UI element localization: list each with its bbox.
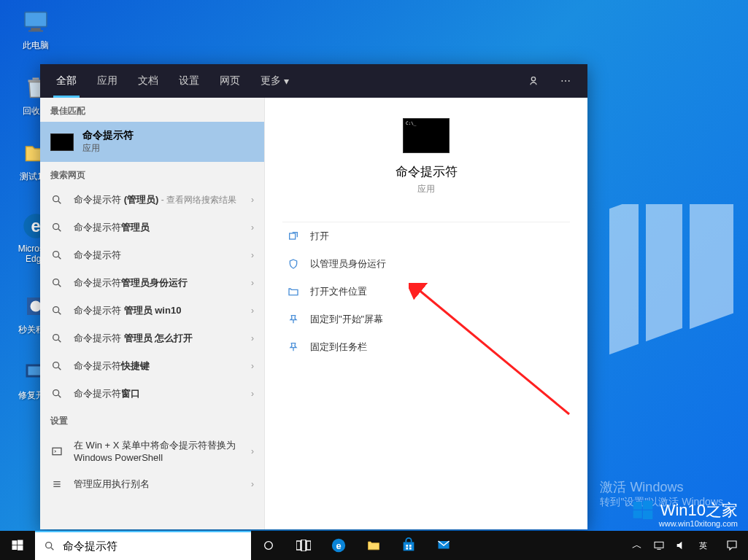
notification-center-button[interactable] <box>716 531 748 560</box>
svg-rect-48 <box>296 541 301 550</box>
search-panel: 全部 应用 文档 设置 网页 更多▾ ⋯ 最佳匹配 命令提示符 应用 搜索网页 … <box>40 64 587 529</box>
svg-rect-44 <box>18 545 23 551</box>
tab-all[interactable]: 全部 <box>46 64 87 98</box>
chevron-right-icon: › <box>251 479 254 489</box>
svg-rect-3 <box>25 12 47 27</box>
result-text: 命令提示符 <box>74 249 241 262</box>
result-text: 命令提示符管理员 <box>74 221 241 234</box>
web-section-label: 搜索网页 <box>40 162 264 186</box>
action-label: 固定到"开始"屏幕 <box>310 313 383 326</box>
svg-rect-5 <box>28 31 43 32</box>
web-result-item[interactable]: 命令提示符 (管理员) - 查看网络搜索结果 › <box>40 186 264 214</box>
svg-line-26 <box>58 340 61 342</box>
result-text: 命令提示符 (管理员) - 查看网络搜索结果 <box>74 193 241 206</box>
web-result-item[interactable]: 命令提示符窗口 › <box>40 380 264 408</box>
taskbar-app-mail[interactable] <box>426 531 461 560</box>
svg-point-25 <box>53 335 59 341</box>
svg-rect-31 <box>53 448 61 454</box>
search-icon <box>50 277 63 289</box>
taskbar-search-box[interactable] <box>35 531 251 560</box>
action-run-as-admin[interactable]: 以管理员身份运行 <box>282 250 570 278</box>
svg-rect-42 <box>18 540 23 545</box>
taskbar-app-explorer[interactable] <box>356 531 391 560</box>
tray-expand-button[interactable]: ︿ <box>628 531 646 560</box>
svg-line-28 <box>58 368 61 370</box>
watermark-title: 激活 Windows <box>600 478 733 496</box>
svg-line-22 <box>58 284 61 287</box>
tab-more[interactable]: 更多▾ <box>250 64 299 98</box>
action-open[interactable]: 打开 <box>282 222 570 250</box>
cmd-preview-icon <box>403 118 450 153</box>
web-result-item[interactable]: 命令提示符管理员 › <box>40 214 264 241</box>
best-match-subtitle: 应用 <box>82 142 134 155</box>
svg-rect-4 <box>31 28 40 30</box>
tab-web[interactable]: 网页 <box>209 64 250 98</box>
watermark-text: Win10之家 <box>660 499 738 521</box>
task-view-button[interactable] <box>286 531 321 560</box>
action-pin-start[interactable]: 固定到"开始"屏幕 <box>282 306 570 333</box>
taskbar: e ︿ 英 <box>0 531 748 560</box>
svg-point-45 <box>46 542 52 548</box>
svg-rect-38 <box>643 501 652 510</box>
tray-volume-icon[interactable] <box>672 531 690 560</box>
web-result-item[interactable]: 命令提示符管理员身份运行 › <box>40 269 264 297</box>
svg-point-14 <box>531 77 535 81</box>
svg-rect-37 <box>633 502 641 510</box>
chevron-right-icon: › <box>251 446 254 456</box>
web-result-item[interactable]: 命令提示符 › <box>40 241 264 269</box>
settings-section-label: 设置 <box>40 408 264 432</box>
search-input[interactable] <box>63 540 242 553</box>
desktop-icon-label: 此电脑 <box>10 39 61 52</box>
web-result-item[interactable]: 命令提示符快捷键 › <box>40 352 264 380</box>
chevron-right-icon: › <box>251 278 254 288</box>
web-result-item[interactable]: 命令提示符 管理员 win10 › <box>40 297 264 324</box>
web-result-item[interactable]: 命令提示符 管理员 怎么打开 › <box>40 324 264 352</box>
settings-result-item[interactable]: 在 Win + X 菜单中将命令提示符替换为 Windows PowerShel… <box>40 432 264 470</box>
taskbar-app-edge[interactable]: e <box>321 531 356 560</box>
shield-icon <box>287 258 300 270</box>
preview-column: 命令提示符 应用 打开 以管理员身份运行 打开文件位置 固定到"开始"屏幕 <box>265 98 587 529</box>
tab-apps[interactable]: 应用 <box>87 64 128 98</box>
action-label: 打开文件位置 <box>310 285 367 298</box>
best-match-item[interactable]: 命令提示符 应用 <box>40 122 264 162</box>
search-icon <box>44 540 55 552</box>
svg-rect-54 <box>406 545 408 547</box>
desktop-icon-this-pc[interactable]: 此电脑 <box>10 7 61 52</box>
chevron-right-icon: › <box>251 222 254 233</box>
pc-icon <box>21 7 50 36</box>
svg-line-24 <box>58 312 61 314</box>
svg-point-17 <box>53 224 59 230</box>
tab-more-label: 更多 <box>261 74 281 88</box>
svg-rect-56 <box>406 548 408 550</box>
settings-result-item[interactable]: 管理应用执行别名 › <box>40 470 264 498</box>
chevron-right-icon: › <box>251 333 254 343</box>
svg-rect-7 <box>33 78 39 80</box>
result-text: 命令提示符管理员身份运行 <box>74 276 241 289</box>
search-tabs: 全部 应用 文档 设置 网页 更多▾ ⋯ <box>40 64 587 98</box>
best-match-title: 命令提示符 <box>82 129 134 142</box>
svg-point-27 <box>53 362 59 368</box>
svg-rect-55 <box>409 545 412 547</box>
tab-documents[interactable]: 文档 <box>128 64 169 98</box>
svg-text:e: e <box>336 540 341 551</box>
more-options-button[interactable]: ⋯ <box>550 64 582 98</box>
chevron-right-icon: › <box>251 389 254 399</box>
start-button[interactable] <box>0 531 35 560</box>
action-label: 以管理员身份运行 <box>310 257 386 271</box>
svg-rect-35 <box>290 233 296 239</box>
taskbar-app-store[interactable] <box>391 531 426 560</box>
action-pin-taskbar[interactable]: 固定到任务栏 <box>282 333 570 361</box>
action-open-location[interactable]: 打开文件位置 <box>282 278 570 306</box>
tray-network-icon[interactable] <box>650 531 668 560</box>
feedback-button[interactable] <box>517 64 550 98</box>
action-label: 固定到任务栏 <box>310 341 367 354</box>
cortana-button[interactable] <box>251 531 286 560</box>
chevron-down-icon: ▾ <box>284 75 289 87</box>
result-text: 在 Win + X 菜单中将命令提示符替换为 Windows PowerShel… <box>74 439 241 463</box>
svg-point-23 <box>53 307 59 313</box>
svg-line-16 <box>58 201 61 203</box>
tab-settings[interactable]: 设置 <box>169 64 209 98</box>
chevron-right-icon: › <box>251 250 254 260</box>
tray-ime-icon[interactable]: 英 <box>694 531 712 560</box>
svg-line-20 <box>58 257 61 259</box>
